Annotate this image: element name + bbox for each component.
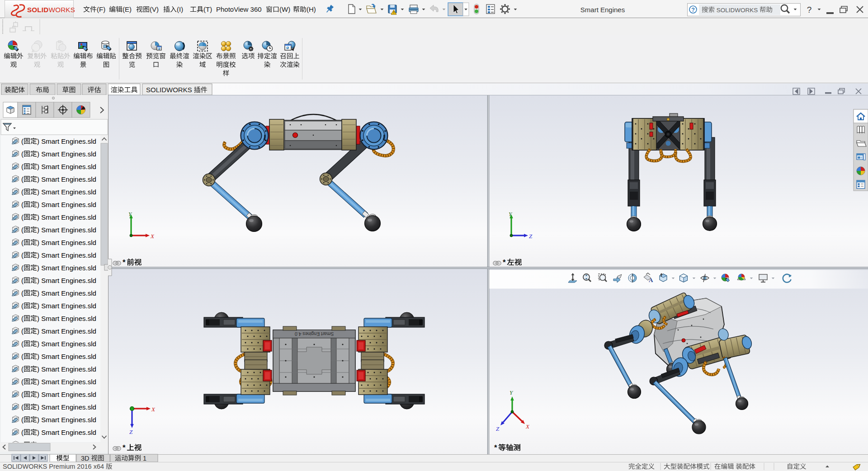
svg-text:Smart Engines 4.0: Smart Engines 4.0 (295, 331, 334, 337)
svg-text:SOLIDWORKS: SOLIDWORKS (715, 7, 760, 14)
svg-text:SOLID: SOLID (27, 6, 48, 14)
svg-text:?: ? (691, 7, 695, 13)
svg-text:SOLIDWORKS Premium 2016 x64: SOLIDWORKS Premium 2016 x64 (3, 463, 106, 470)
svg-text:(E): (E) (123, 5, 132, 13)
svg-text:A: A (649, 277, 653, 283)
svg-text:!: ! (393, 10, 395, 14)
svg-text:*: * (123, 443, 126, 452)
svg-text:1: 1 (141, 455, 146, 462)
svg-text:X: X (151, 406, 156, 413)
svg-text:(H): (H) (307, 5, 316, 13)
svg-text:(W): (W) (279, 5, 290, 13)
svg-text:*: * (123, 258, 126, 267)
svg-text:(F): (F) (97, 5, 105, 13)
svg-text:(I): (I) (177, 5, 183, 13)
svg-text:(V): (V) (150, 5, 159, 13)
svg-text:Smart Engines: Smart Engines (580, 6, 625, 14)
svg-text:X: X (525, 423, 530, 430)
svg-text:SOLIDWORKS: SOLIDWORKS (146, 86, 194, 94)
svg-text:X: X (150, 233, 155, 240)
svg-text:WORKS: WORKS (49, 6, 75, 14)
svg-text:3D: 3D (81, 455, 91, 462)
svg-text:Z: Z (529, 233, 533, 240)
svg-text:(T): (T) (203, 5, 212, 13)
svg-text:Z: Z (496, 425, 500, 432)
svg-text:?: ? (807, 5, 812, 14)
svg-text:*: * (503, 258, 506, 267)
svg-text:PhotoView 360: PhotoView 360 (216, 5, 262, 13)
svg-text:Z: Z (129, 429, 133, 435)
svg-text:*: * (494, 443, 497, 452)
